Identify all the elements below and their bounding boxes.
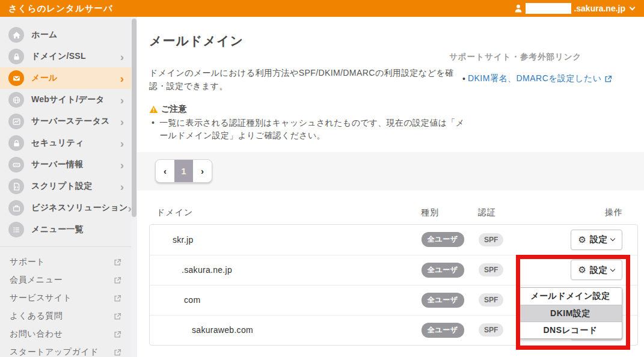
menu-item-mail-domain-settings[interactable]: メールドメイン設定 — [519, 288, 622, 305]
column-header-type: 種別 — [414, 207, 471, 218]
top-header: さくらのレンタルサーバ .sakura.ne.jp — [0, 0, 644, 17]
external-link-icon — [604, 75, 612, 83]
sidebar-link-service-site[interactable]: サービスサイト — [0, 289, 131, 307]
sidebar-item-security[interactable]: セキュリティ › — [0, 132, 131, 154]
pagination: ‹ 1 › — [155, 159, 212, 183]
sidebar-item-business-solution[interactable]: ビジネスソリューション › — [0, 197, 131, 219]
sidebar-item-home[interactable]: ホーム — [0, 24, 131, 46]
bullet: • — [462, 74, 465, 84]
column-header-auth: 認証 — [471, 207, 526, 218]
chevron-right-icon: › — [120, 159, 124, 171]
support-heading: サポートサイト・参考外部リンク — [449, 52, 636, 63]
type-badge: 全ユーザ — [422, 323, 464, 338]
external-link-icon — [114, 331, 121, 338]
pagination-prev-button[interactable]: ‹ — [156, 160, 174, 182]
menu-list-icon — [8, 222, 24, 237]
app-title: さくらのレンタルサーバ — [8, 3, 113, 14]
dkim-dmarc-help-link[interactable]: DKIM署名、DMARCを設定したい — [468, 73, 602, 84]
main-content: メールドメイン サポートサイト・参考外部リンク • DKIM署名、DMARCを設… — [137, 17, 644, 357]
business-solution-icon — [8, 200, 24, 216]
script-settings-icon — [8, 178, 24, 194]
pagination-current-page: 1 — [174, 160, 193, 182]
chevron-down-icon — [630, 4, 636, 10]
support-links-section: サポートサイト・参考外部リンク • DKIM署名、DMARCを設定したい — [449, 52, 636, 84]
sidebar-item-domain-ssl[interactable]: ドメイン/SSL › — [0, 46, 131, 67]
table-row: skr.jp 全ユーザ SPF ⚙設定 — [150, 225, 637, 255]
sidebar-item-mail[interactable]: メール › — [0, 67, 131, 89]
account-menu[interactable]: .sakura.ne.jp — [514, 3, 634, 14]
page-title: メールドメイン — [149, 32, 638, 49]
sidebar: ホーム ドメイン/SSL › メール › Webサイト/データ › — [0, 17, 131, 357]
column-header-actions: 操作 — [526, 207, 631, 218]
home-icon — [8, 27, 24, 43]
type-badge: 全ユーザ — [422, 232, 464, 247]
gear-icon: ⚙ — [578, 234, 586, 245]
server-status-icon — [8, 114, 24, 129]
account-domain-label: .sakura.ne.jp — [574, 4, 625, 13]
chevron-right-icon: › — [120, 116, 124, 127]
mail-icon — [8, 70, 24, 86]
sidebar-item-script-settings[interactable]: スクリプト設定 › — [0, 175, 131, 197]
chevron-right-icon: › — [120, 73, 124, 84]
menu-item-dkim-settings[interactable]: DKIM設定 — [519, 305, 622, 322]
sidebar-link-member-menu[interactable]: 会員メニュー — [0, 271, 131, 289]
pagination-band: ‹ 1 › — [137, 152, 644, 191]
notice-section: ご注意 • 一覧に表示される認証種別はキャッシュされたものです、現在の設定値は「… — [149, 104, 465, 142]
external-link-icon — [114, 294, 121, 302]
external-link-icon — [114, 276, 121, 284]
warning-icon — [149, 105, 158, 114]
auth-badge: SPF — [479, 233, 503, 246]
settings-dropdown-menu: メールドメイン設定 DKIM設定 DNSレコード — [518, 287, 622, 339]
sidebar-link-startup-guide[interactable]: スタートアップガイド — [0, 343, 131, 357]
external-link-icon — [114, 313, 121, 320]
app-window: さくらのレンタルサーバ .sakura.ne.jp ホーム ドメイン/SSL › — [0, 0, 644, 357]
redacted-account-name — [526, 3, 571, 14]
sidebar-link-support[interactable]: サポート — [0, 253, 131, 271]
notice-text: 一覧に表示される認証種別はキャッシュされたものです、現在の設定値は「メールドメイ… — [159, 117, 465, 142]
sidebar-item-server-info[interactable]: サーバー情報 › — [0, 154, 131, 175]
column-header-domain: ドメイン — [156, 207, 414, 218]
gear-icon: ⚙ — [578, 264, 586, 275]
table-header-row: ドメイン 種別 認証 操作 — [149, 201, 638, 224]
user-icon — [514, 4, 523, 13]
chevron-right-icon: › — [120, 181, 124, 192]
server-info-icon — [8, 157, 24, 172]
sidebar-item-server-status[interactable]: サーバーステータス › — [0, 111, 131, 132]
chevron-right-icon: › — [120, 94, 124, 106]
auth-badge: SPF — [479, 263, 503, 276]
sidebar-link-contact[interactable]: お問い合わせ — [0, 325, 131, 343]
scrollbar-thumb[interactable] — [132, 19, 136, 217]
chevron-right-icon: › — [120, 51, 124, 63]
scrollbar-track[interactable] — [131, 17, 137, 357]
page-description: ドメインのメールにおける利用方法やSPF/DKIM/DMARCの利用設定などを確… — [149, 66, 465, 93]
sidebar-item-web-data[interactable]: Webサイト/データ › — [0, 89, 131, 111]
settings-button[interactable]: ⚙設定 — [571, 230, 622, 250]
type-badge: 全ユーザ — [422, 263, 464, 278]
sidebar-link-faq[interactable]: よくある質問 — [0, 307, 131, 325]
auth-badge: SPF — [479, 293, 503, 307]
domain-name: sakuraweb.com — [157, 325, 415, 335]
domain-name: skr.jp — [157, 235, 415, 245]
settings-button-open[interactable]: ⚙設定 — [571, 260, 622, 280]
type-badge: 全ユーザ — [422, 293, 464, 308]
external-link-icon — [114, 349, 121, 356]
sidebar-item-menu-list[interactable]: メニュー一覧 — [0, 219, 131, 240]
web-data-icon — [8, 92, 24, 108]
pagination-next-button[interactable]: › — [193, 160, 212, 182]
domain-name: .sakura.ne.jp — [157, 265, 415, 275]
bullet: • — [152, 117, 155, 142]
chevron-down-icon — [610, 236, 615, 241]
auth-badge: SPF — [479, 323, 503, 337]
external-link-icon — [114, 258, 121, 266]
domain-name: com — [157, 295, 415, 305]
table-row: .sakura.ne.jp 全ユーザ SPF ⚙設定 — [150, 255, 637, 285]
chevron-down-icon — [610, 267, 615, 272]
domain-ssl-icon — [8, 49, 24, 64]
notice-title: ご注意 — [161, 104, 186, 115]
sidebar-divider — [0, 246, 131, 247]
menu-item-dns-record[interactable]: DNSレコード — [519, 322, 622, 338]
security-icon — [8, 135, 24, 151]
chevron-right-icon: › — [120, 138, 124, 149]
